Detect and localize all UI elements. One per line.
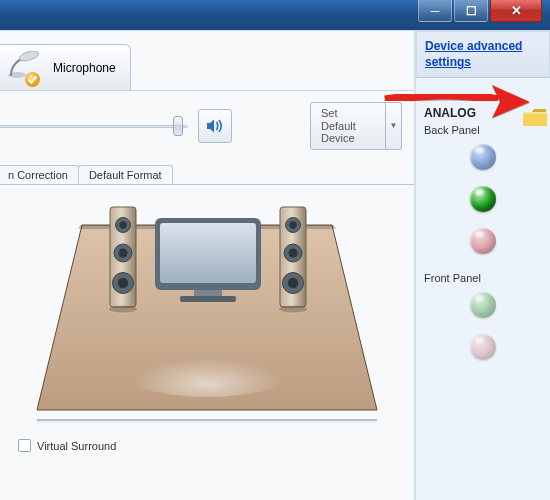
virtual-surround-label: Virtual Surround bbox=[37, 440, 116, 452]
jack-front-pink[interactable] bbox=[470, 334, 496, 360]
monitor-icon bbox=[155, 218, 261, 302]
svg-point-18 bbox=[109, 306, 137, 313]
window-titlebar: ─ ☐ ✕ bbox=[0, 0, 550, 30]
jack-back-blue[interactable] bbox=[470, 144, 496, 170]
folder-icon[interactable] bbox=[522, 107, 548, 127]
svg-point-25 bbox=[288, 278, 298, 288]
svg-point-13 bbox=[119, 221, 126, 228]
svg-rect-9 bbox=[194, 290, 222, 296]
jack-front-green[interactable] bbox=[470, 292, 496, 318]
tab-microphone-label: Microphone bbox=[53, 61, 116, 75]
volume-slider-thumb[interactable] bbox=[173, 116, 183, 136]
svg-rect-10 bbox=[180, 296, 236, 302]
svg-point-21 bbox=[289, 221, 296, 228]
side-panel: Device advanced settings ANALOG Back Pan… bbox=[415, 31, 550, 500]
set-default-device-button[interactable]: Set Default Device ▼ bbox=[310, 102, 402, 150]
svg-point-3 bbox=[25, 72, 40, 87]
set-default-device-dropdown[interactable]: ▼ bbox=[386, 102, 402, 150]
mute-button[interactable] bbox=[198, 109, 232, 143]
tab-default-format[interactable]: Default Format bbox=[78, 165, 173, 184]
jack-back-green[interactable] bbox=[470, 186, 496, 212]
virtual-surround-checkbox[interactable] bbox=[18, 439, 31, 452]
speaker-right-icon bbox=[279, 207, 307, 313]
close-button[interactable]: ✕ bbox=[490, 0, 542, 22]
svg-point-26 bbox=[279, 306, 307, 313]
speaker-left-icon bbox=[109, 207, 137, 313]
jack-back-pink[interactable] bbox=[470, 228, 496, 254]
check-shield-icon bbox=[24, 71, 41, 88]
svg-point-17 bbox=[118, 278, 128, 288]
tab-room-correction[interactable]: n Correction bbox=[0, 165, 79, 184]
device-advanced-settings-link[interactable]: Device advanced settings bbox=[425, 39, 541, 70]
svg-rect-8 bbox=[160, 223, 256, 283]
svg-point-23 bbox=[289, 249, 298, 258]
set-default-device-label: Set Default Device bbox=[310, 102, 386, 150]
speaker-layout-stage bbox=[22, 195, 392, 435]
speaker-icon bbox=[204, 115, 226, 137]
svg-point-15 bbox=[119, 249, 128, 258]
volume-slider[interactable] bbox=[0, 116, 188, 136]
svg-point-6 bbox=[112, 333, 302, 397]
minimize-button[interactable]: ─ bbox=[418, 0, 452, 22]
tab-microphone[interactable]: Microphone bbox=[0, 44, 131, 90]
maximize-button[interactable]: ☐ bbox=[454, 0, 488, 22]
main-panel: Microphone Set Default Device ▼ n Corr bbox=[0, 31, 415, 500]
front-panel-label: Front Panel bbox=[424, 272, 542, 284]
